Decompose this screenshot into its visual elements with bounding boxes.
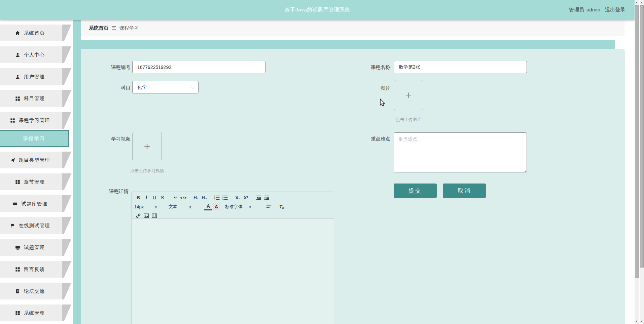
link-icon[interactable] [134,212,142,219]
clear-format-button[interactable]: Tₓ [278,203,286,210]
sidebar-accent-strip [73,20,81,324]
username: admin [586,7,600,13]
sidebar-item-7[interactable]: 题目类型管理 [0,152,71,168]
scrollbar-thumb[interactable] [635,5,639,278]
sidebar-item-label: 用户管理 [24,74,45,80]
subject-value: 化学 [137,84,147,90]
sidebar-item-2[interactable]: 个人中心 [0,46,71,63]
format-select[interactable]: 文本 ▲▼ [169,204,200,210]
sidebar-item-6[interactable]: 课程学习 [0,130,69,147]
paper-plane-icon [10,158,15,163]
user-icon [15,52,20,57]
sidebar-item-label: 留言反馈 [24,266,45,273]
sidebar-item-1[interactable]: 系统首页 [0,25,71,41]
video-upload-box[interactable]: + [132,132,162,161]
sidebar-item-8[interactable]: 章节管理 [0,173,71,190]
chevron-down-icon [191,85,195,89]
sidebar-item-label: 题目类型管理 [19,157,50,163]
app-title: 基于Java的试题库管理系统 [0,0,635,20]
code-block-button[interactable]: </> [179,194,187,201]
text-color-button[interactable]: A [204,203,212,210]
underline-button[interactable]: U [150,194,158,201]
grid-icon [15,179,20,185]
window-scrollbar[interactable] [640,0,644,324]
logout-link[interactable]: 退出登录 [605,7,625,13]
sidebar-item-label: 章节管理 [24,179,45,185]
monitor-icon [15,245,20,250]
blockquote-button[interactable]: ” [171,194,179,201]
sidebar-item-label: 系统管理 [24,310,45,316]
menu-icon [112,26,116,30]
scroll-down-icon[interactable] [635,319,639,324]
size-select[interactable]: 14px ▲▼ [134,204,164,209]
image-icon[interactable] [142,212,150,219]
highlight-color-button[interactable]: A [212,203,220,210]
flag-icon [10,223,15,228]
subject-select[interactable]: 化学 [132,81,199,93]
header-1-button[interactable]: H₁ [192,194,200,201]
sidebar-item-label: 试题库管理 [21,201,47,207]
sidebar-item-12[interactable]: 留言反馈 [0,261,71,278]
grid-icon [15,96,20,101]
cancel-button[interactable]: 取消 [443,184,486,198]
app-header: 基于Java的试题库管理系统 管理员 admin 退出登录 [0,0,635,20]
sidebar-item-13[interactable]: 论坛交流 [0,283,71,299]
grid-icon [15,311,20,316]
scroll-up-icon[interactable] [635,0,639,5]
indent-icon[interactable] [263,194,271,201]
image-label: 图片 [340,85,390,91]
image-upload-box[interactable]: + [394,80,423,110]
scroll-up-icon[interactable] [640,0,644,5]
sidebar-item-label: 试题管理 [24,244,45,251]
ordered-list-icon[interactable]: 123 [213,194,221,201]
spinner-arrows-icon: ▲▼ [189,205,191,209]
course-name-input[interactable] [394,61,527,73]
sidebar-item-9[interactable]: 试题库管理 [0,195,71,212]
inner-scrollbar[interactable] [635,0,639,324]
bullet-list-icon[interactable] [221,194,229,201]
sidebar-item-14[interactable]: 系统管理 [0,305,71,321]
video-label: 学习视频 [80,136,131,142]
scroll-down-icon[interactable] [640,319,644,324]
subscript-button[interactable]: X₂ [234,194,242,201]
home-icon [15,31,20,36]
font-select[interactable]: 标准字体 ▲▼ [225,204,260,210]
keypoints-label: 重点难点 [340,136,390,142]
sidebar-item-label: 课程学习管理 [19,117,50,124]
journal-icon [15,289,20,294]
sidebar-item-label: 科目管理 [24,95,45,102]
sidebar-item-10[interactable]: 在线测试管理 [0,217,71,234]
superscript-button[interactable]: X² [242,194,250,201]
align-icon[interactable] [265,203,273,210]
keypoints-textarea[interactable] [394,132,527,172]
sidebar-item-label: 系统首页 [24,30,45,36]
submit-button[interactable]: 提交 [394,184,437,198]
plus-icon: + [144,141,150,152]
sidebar-item-11[interactable]: 试题管理 [0,239,71,256]
sidebar-item-4[interactable]: 科目管理 [0,90,71,107]
scrollbar-thumb[interactable] [640,5,644,268]
course-name-label: 课程名称 [340,64,390,71]
italic-button[interactable]: I [142,194,150,201]
header-2-button[interactable]: H₂ [200,194,208,201]
sidebar: 系统首页个人中心用户管理科目管理课程学习管理课程学习题目类型管理章节管理试题库管… [0,20,73,324]
breadcrumb-home-link[interactable]: 系统首页 [89,25,108,31]
spinner-arrows-icon: ▲▼ [249,205,251,209]
sidebar-item-label: 在线测试管理 [19,222,50,229]
user-info: 管理员 admin [569,7,600,13]
ticket-icon [12,201,17,206]
sidebar-item-label: 论坛交流 [24,288,45,294]
user-role: 管理员 [569,7,584,13]
sidebar-item-5[interactable]: 课程学习管理 [0,112,71,129]
grid-icon [10,118,15,123]
spinner-arrows-icon: ▲▼ [155,205,157,209]
video-upload-hint: 点击上传学习视频 [117,168,177,174]
course-no-label: 课程编号 [80,64,131,71]
course-no-input[interactable] [132,61,265,73]
bold-button[interactable]: B [134,194,142,201]
sidebar-item-3[interactable]: 用户管理 [0,68,71,85]
strikethrough-button[interactable]: S [158,194,167,201]
outdent-icon[interactable] [255,194,263,201]
video-icon[interactable] [150,212,158,219]
editor-body[interactable] [132,219,334,324]
